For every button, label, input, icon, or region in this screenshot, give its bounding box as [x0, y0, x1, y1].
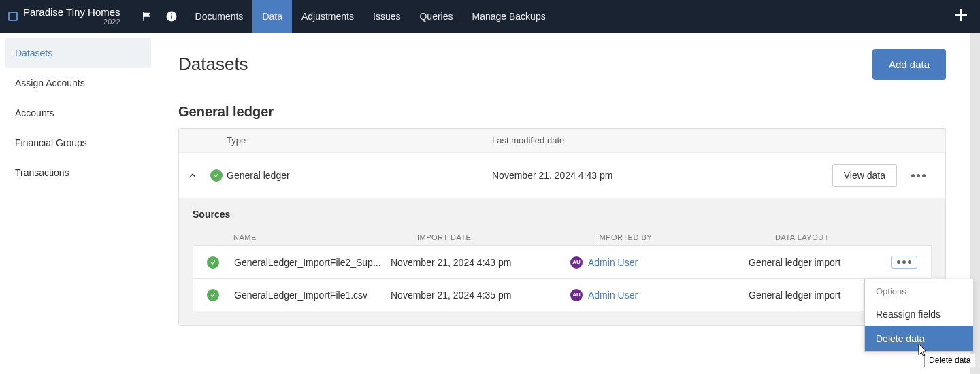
source-user[interactable]: Admin User — [588, 257, 638, 268]
sidebar-datasets[interactable]: Datasets — [5, 38, 151, 68]
svg-point-2 — [171, 13, 172, 14]
sources-title: Sources — [193, 209, 932, 220]
options-dropdown: Options Reassign fields Delete data — [864, 279, 973, 352]
source-row: GeneralLedger_ImportFile1.csv November 2… — [193, 279, 932, 311]
avatar: AU — [570, 256, 583, 269]
nav-manage-backups[interactable]: Manage Backups — [463, 0, 555, 33]
view-data-button[interactable]: View data — [832, 164, 897, 187]
dropdown-title: Options — [865, 279, 973, 302]
dataset-more-button[interactable] — [905, 169, 932, 182]
source-date: November 21, 2024 4:43 pm — [391, 257, 570, 268]
nav-adjustments[interactable]: Adjustments — [292, 0, 363, 33]
main-nav: Documents Data Adjustments Issues Querie… — [186, 0, 555, 33]
src-header-date: IMPORT DATE — [417, 233, 597, 241]
source-name: GeneralLedger_ImportFile1.csv — [234, 290, 391, 301]
sources-block: Sources NAME IMPORT DATE IMPORTED BY DAT… — [179, 198, 945, 325]
page-title: Datasets — [178, 54, 248, 75]
info-icon[interactable] — [165, 10, 178, 22]
nav-documents[interactable]: Documents — [186, 0, 253, 33]
tooltip: Delete data — [924, 354, 975, 367]
sidebar-transactions[interactable]: Transactions — [5, 158, 151, 188]
dataset-date: November 21, 2024 4:43 pm — [492, 170, 832, 181]
brand-logo-icon — [8, 12, 18, 21]
nav-data[interactable]: Data — [252, 0, 292, 33]
sidebar: Datasets Assign Accounts Accounts Financ… — [0, 33, 157, 374]
brand-year: 2022 — [103, 18, 120, 26]
section-title: General ledger — [178, 104, 946, 120]
col-header-type: Type — [227, 135, 492, 146]
avatar: AU — [570, 289, 583, 301]
dataset-row: General ledger November 21, 2024 4:43 pm… — [179, 152, 945, 198]
sidebar-assign-accounts[interactable]: Assign Accounts — [5, 68, 151, 98]
sidebar-financial-groups[interactable]: Financial Groups — [5, 128, 151, 158]
brand[interactable]: Paradise Tiny Homes 2022 — [0, 7, 129, 27]
nav-queries[interactable]: Queries — [410, 0, 462, 33]
dataset-table: Type Last modified date General ledger N… — [178, 128, 946, 326]
dropdown-reassign-fields[interactable]: Reassign fields — [865, 302, 973, 326]
src-header-name: NAME — [233, 233, 417, 241]
status-success-icon — [207, 289, 219, 301]
add-data-button[interactable]: Add data — [872, 49, 946, 80]
svg-rect-1 — [171, 16, 172, 19]
src-header-user: IMPORTED BY — [597, 233, 775, 241]
main-content: Datasets Add data General ledger Type La… — [157, 33, 980, 374]
brand-title: Paradise Tiny Homes — [23, 7, 120, 18]
src-header-layout: DATA LAYOUT — [775, 233, 918, 241]
source-date: November 21, 2024 4:35 pm — [391, 290, 570, 301]
flag-icon[interactable] — [141, 10, 153, 22]
source-layout: General ledger import — [749, 257, 891, 268]
dataset-type: General ledger — [227, 170, 492, 181]
source-more-button[interactable] — [891, 256, 917, 269]
add-icon[interactable] — [953, 14, 969, 25]
dropdown-delete-data[interactable]: Delete data — [865, 326, 973, 351]
source-user[interactable]: Admin User — [588, 290, 638, 301]
status-success-icon — [207, 256, 219, 269]
col-header-date: Last modified date — [492, 135, 945, 146]
nav-issues[interactable]: Issues — [363, 0, 410, 33]
status-success-icon — [210, 169, 223, 182]
source-row: GeneralLedger_ImportFile2_Sup... Novembe… — [193, 245, 932, 279]
top-bar: Paradise Tiny Homes 2022 Documents Data … — [0, 0, 980, 33]
source-name: GeneralLedger_ImportFile2_Sup... — [234, 257, 391, 268]
collapse-icon[interactable] — [179, 171, 206, 180]
sidebar-accounts[interactable]: Accounts — [5, 98, 151, 128]
